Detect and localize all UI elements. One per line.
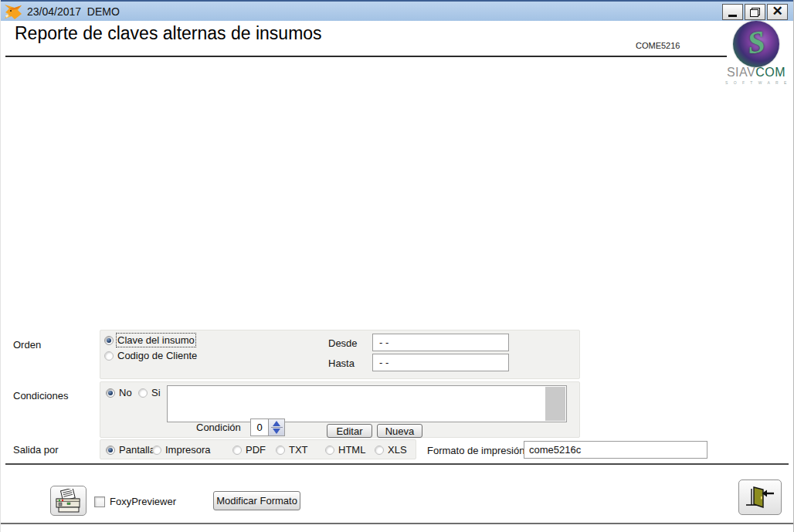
desde-input[interactable] [372,334,509,351]
radio-xls-label: XLS [388,444,407,456]
radio-codigo-de-cliente-label: Codigo de Cliente [117,350,197,361]
radio-clave-del-insumo[interactable]: Clave del insumo [104,334,195,346]
spinner-up-icon [273,421,280,426]
radio-xls-icon [375,446,384,455]
nueva-button[interactable]: Nueva [377,424,422,438]
radio-condiciones-no-icon [106,388,115,398]
exit-button[interactable] [738,479,782,515]
radio-txt-icon [276,446,285,455]
radio-condiciones-si[interactable]: Si [138,387,161,398]
radio-txt[interactable]: TXT [276,444,308,456]
hasta-input[interactable] [372,354,509,371]
screen-code: COME5216 [636,41,680,50]
siavcom-logo-sphere-icon: S [733,21,779,67]
radio-txt-label: TXT [289,444,308,456]
window-bottom-border [1,523,794,524]
close-icon: ✕ [772,5,782,18]
foxpro-app-icon [4,3,22,20]
editar-button[interactable]: Editar [327,424,372,438]
radio-clave-del-insumo-label: Clave del insumo [117,334,195,346]
radio-pdf-label: PDF [246,444,266,456]
radio-html-label: HTML [338,444,365,456]
footer-divider [5,463,789,465]
siavcom-logo: S SIAVCOM S O F T W A R E [725,21,787,85]
radio-codigo-de-cliente[interactable]: Codigo de Cliente [104,350,197,361]
condicion-spinner[interactable]: 0 [250,418,285,436]
condiciones-textarea[interactable] [167,385,567,422]
page-title: Reporte de claves alternas de insumos [15,23,322,44]
radio-pantalla-icon [106,446,115,455]
printer-icon [55,489,83,513]
print-button[interactable] [50,486,87,516]
radio-condiciones-si-icon [138,388,148,398]
radio-codigo-de-cliente-icon [104,351,114,361]
spinner-down-icon [273,429,280,434]
radio-html[interactable]: HTML [325,444,365,456]
radio-clave-del-insumo-icon [104,336,114,345]
formato-impresion-input[interactable] [524,441,707,459]
siavcom-logo-subtext: S O F T W A R E [725,80,787,85]
formato-impresion-label: Formato de impresión [427,445,524,456]
radio-pantalla-label: Pantalla [119,444,155,456]
radio-impresora-label: Impresora [165,444,211,456]
orden-label: Orden [13,339,41,351]
radio-condiciones-no[interactable]: No [106,387,132,398]
header-divider [5,56,727,57]
radio-html-icon [325,446,334,455]
restore-button[interactable] [745,4,765,20]
minimize-icon [728,15,737,17]
close-button[interactable]: ✕ [767,4,788,20]
condiciones-scrollbar[interactable] [545,387,565,421]
radio-pantalla[interactable]: Pantalla [106,444,155,456]
siavcom-logo-text: SIAVCOM [725,66,787,80]
condicion-value: 0 [251,419,268,435]
window-title: 23/04/2017 DEMO [27,5,120,18]
condicion-label: Condición [196,422,241,433]
radio-xls[interactable]: XLS [375,444,407,456]
exit-door-icon [745,484,775,510]
radio-pdf-icon [232,446,242,455]
radio-impresora-icon [152,446,161,455]
salida-por-label: Salida por [13,444,59,456]
hasta-label: Hasta [328,357,355,369]
radio-condiciones-si-label: Si [151,387,161,398]
app-window: 23/04/2017 DEMO ✕ Reporte de claves alte… [0,0,794,532]
minimize-button[interactable] [722,4,743,20]
radio-pdf[interactable]: PDF [232,444,266,456]
restore-icon [750,8,760,17]
condiciones-label: Condiciones [13,390,69,402]
modificar-formato-button[interactable]: Modificar Formato [213,491,300,510]
condicion-spinner-buttons[interactable] [268,419,284,435]
radio-condiciones-no-label: No [119,387,132,398]
radio-impresora[interactable]: Impresora [152,444,211,456]
desde-label: Desde [328,337,358,349]
title-bar: 23/04/2017 DEMO ✕ [1,0,793,21]
foxypreviewer-label: FoxyPreviewer [110,496,176,507]
foxypreviewer-checkbox[interactable] [94,496,105,507]
